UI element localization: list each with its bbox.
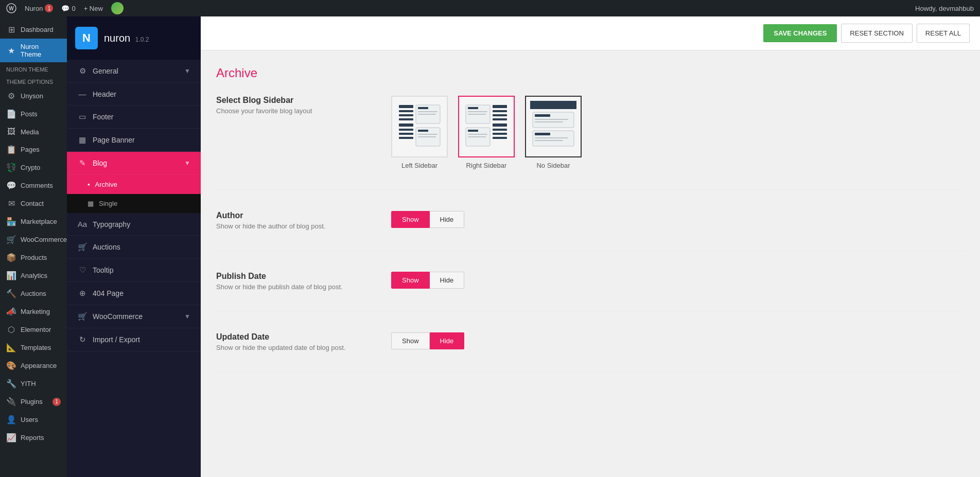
sidebar-item-marketplace[interactable]: 🏪 Marketplace (0, 213, 67, 231)
theme-menu-auctions[interactable]: 🛒 Auctions (67, 236, 201, 259)
svg-rect-17 (418, 136, 436, 137)
new-item[interactable]: + New (84, 5, 103, 12)
theme-title-group: nuron 1.0.2 (104, 32, 149, 44)
save-changes-button[interactable]: SAVE CHANGES (763, 24, 837, 42)
svg-rect-12 (418, 111, 437, 112)
publish-date-hide-button[interactable]: Hide (430, 272, 465, 289)
theme-menu-page-banner[interactable]: ▦ Page Banner (67, 129, 201, 152)
sidebar-item-elementor[interactable]: ⬡ Elementor (0, 321, 67, 339)
submenu-single[interactable]: ▦ Single (67, 194, 201, 213)
sidebar-item-marketing[interactable]: 📣 Marketing (0, 303, 67, 321)
sidebar-item-templates[interactable]: 📐 Templates (0, 339, 67, 357)
sidebar-label-users: Users (21, 416, 38, 423)
woocommerce-menu-icon: 🛒 (77, 312, 87, 321)
comments-icon: 💬 (6, 181, 16, 190)
left-sidebar-preview (391, 96, 448, 157)
layout-option-right[interactable]: Right Sidebar (458, 96, 515, 169)
templates-icon: 📐 (6, 343, 16, 352)
plugins-badge: 1 (52, 398, 61, 406)
sidebar-item-users[interactable]: 👤 Users (0, 411, 67, 429)
svg-rect-25 (468, 136, 486, 137)
sidebar-item-unyson[interactable]: ⚙ Unyson (0, 87, 67, 105)
svg-rect-37 (535, 119, 568, 120)
updated-date-desc: Show or hide the updated date of blog po… (216, 344, 391, 351)
blog-label: Blog (93, 159, 107, 167)
single-label: Single (99, 200, 117, 207)
content-body: Archive Select Blog Sidebar Choose your … (201, 50, 980, 477)
svg-rect-40 (535, 133, 550, 135)
sidebar-item-analytics[interactable]: 📊 Analytics (0, 267, 67, 285)
option-row-author: Author Show or hide the author of blog p… (216, 211, 965, 251)
svg-rect-31 (493, 129, 507, 131)
publish-date-desc: Show or hide the publish date of blog po… (216, 283, 391, 291)
publish-date-show-button[interactable]: Show (391, 272, 430, 289)
layout-option-none[interactable]: No Sidebar (525, 96, 582, 169)
sidebar-item-media[interactable]: 🖼 Media (0, 123, 67, 140)
404-icon: ⊕ (77, 289, 87, 298)
sidebar-item-dashboard[interactable]: ⊞ Dashboard (0, 21, 67, 39)
comments-item[interactable]: 💬 0 (61, 5, 75, 12)
avatar-item[interactable] (111, 2, 124, 14)
svg-rect-36 (535, 114, 550, 117)
wp-logo-item[interactable]: W (6, 3, 16, 13)
main-layout: ⊞ Dashboard ★ Nuron Theme Nuron Theme Th… (0, 16, 980, 477)
sidebar-item-auctions[interactable]: 🔨 Auctions (0, 285, 67, 303)
theme-menu-woocommerce[interactable]: 🛒 WooCommerce ▼ (67, 305, 201, 328)
updated-date-control: Show Hide (391, 332, 965, 349)
archive-label: Archive (95, 181, 117, 188)
updated-date-show-button[interactable]: Show (391, 332, 430, 349)
theme-menu-footer[interactable]: ▭ Footer (67, 105, 201, 129)
comment-icon: 💬 (61, 5, 69, 12)
sidebar-label-auctions: Auctions (21, 290, 46, 297)
sidebar-item-plugins[interactable]: 🔌 Plugins 1 (0, 393, 67, 411)
svg-text:W: W (9, 6, 14, 11)
option-label-blog-sidebar: Select Blog Sidebar Choose your favorite… (216, 96, 391, 115)
sidebar-item-woocommerce[interactable]: 🛒 WooCommerce (0, 231, 67, 249)
sidebar-item-nuron-theme[interactable]: ★ Nuron Theme (0, 39, 67, 62)
sidebar-item-products[interactable]: 📦 Products (0, 249, 67, 267)
sidebar-item-crypto[interactable]: 💱 Crypto (0, 158, 67, 176)
theme-menu-header[interactable]: — Header (67, 83, 201, 105)
option-row-publish-date: Publish Date Show or hide the publish da… (216, 272, 965, 312)
sidebar-item-comments[interactable]: 💬 Comments (0, 176, 67, 195)
auctions-icon: 🔨 (6, 289, 16, 298)
site-name-item[interactable]: Nuron 1 (25, 4, 53, 12)
theme-menu-blog[interactable]: ✎ Blog ▼ (67, 152, 201, 175)
sidebar-item-reports[interactable]: 📈 Reports (0, 429, 67, 447)
users-icon: 👤 (6, 415, 16, 425)
author-desc: Show or hide the author of blog post. (216, 222, 391, 230)
author-hide-button[interactable]: Hide (430, 211, 465, 228)
theme-menu-typography[interactable]: Aa Typography (67, 213, 201, 236)
reset-section-button[interactable]: RESET SECTION (841, 24, 913, 43)
sidebar-item-appearance[interactable]: 🎨 Appearance (0, 357, 67, 375)
sidebar-item-yith[interactable]: 🔧 YITH (0, 375, 67, 393)
marketplace-icon: 🏪 (6, 217, 16, 226)
blog-sidebar-title: Select Blog Sidebar (216, 96, 391, 105)
blog-sidebar-desc: Choose your favorite blog layout (216, 107, 391, 115)
woocommerce-arrow: ▼ (184, 313, 190, 320)
theme-menu-general[interactable]: ⚙ General ▼ (67, 60, 201, 83)
sidebar-label-appearance: Appearance (21, 362, 57, 369)
sidebar-item-posts[interactable]: 📄 Posts (0, 105, 67, 123)
theme-menu-tooltip[interactable]: ♡ Tooltip (67, 259, 201, 282)
sidebar-item-pages[interactable]: 📋 Pages (0, 140, 67, 158)
updated-date-hide-button[interactable]: Hide (430, 332, 465, 349)
author-show-button[interactable]: Show (391, 211, 430, 228)
sidebar-label-elementor: Elementor (21, 326, 51, 333)
sidebar-label-unyson: Unyson (21, 92, 43, 100)
import-export-icon: ↻ (77, 335, 87, 344)
no-sidebar-preview (525, 96, 582, 157)
theme-menu-import-export[interactable]: ↻ Import / Export (67, 328, 201, 351)
layout-option-left[interactable]: Left Sidebar (391, 96, 448, 169)
submenu-archive[interactable]: ▪ Archive (67, 175, 201, 194)
updated-date-toggle: Show Hide (391, 332, 464, 349)
sidebar-label-analytics: Analytics (21, 272, 47, 279)
sidebar-item-contact[interactable]: ✉ Contact (0, 195, 67, 213)
sidebar-label-posts: Posts (21, 110, 38, 118)
comments-count: 0 (72, 5, 75, 12)
section-title: Archive (216, 66, 965, 80)
option-row-blog-sidebar: Select Blog Sidebar Choose your favorite… (216, 96, 965, 190)
theme-menu-404[interactable]: ⊕ 404 Page (67, 282, 201, 305)
reset-all-button[interactable]: RESET ALL (917, 24, 970, 43)
sidebar-label-contact: Contact (21, 200, 44, 207)
